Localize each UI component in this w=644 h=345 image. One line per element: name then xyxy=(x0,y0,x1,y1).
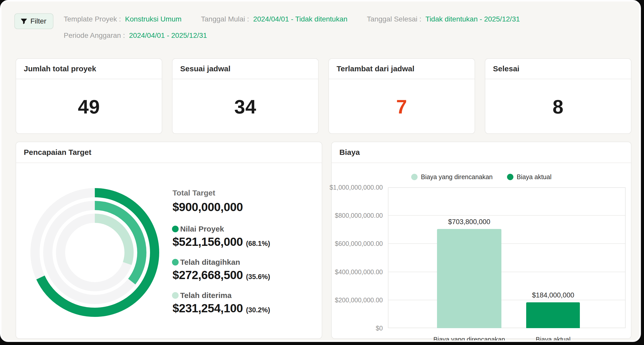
y-axis-tick-label: $800,000,000.00 xyxy=(335,212,383,219)
screenshot-stage: Filter Template Proyek : Konstruksi Umum… xyxy=(0,0,644,345)
stat-card-value: 8 xyxy=(553,96,564,118)
target-item-percent: (35.6%) xyxy=(246,273,270,281)
filter-bar: Filter Template Proyek : Konstruksi Umum… xyxy=(14,13,539,47)
y-axis-tick-label: $1,000,000,000.00 xyxy=(329,184,383,191)
bar-biaya-aktual[interactable] xyxy=(526,302,580,328)
stat-card-row: Jumlah total proyek 49 Sesuai jadwal 34 … xyxy=(16,58,631,134)
cost-bar-chart: $1,000,000,000.00$800,000,000.00$600,000… xyxy=(332,163,631,339)
stat-card-selesai: Selesai 8 xyxy=(485,58,631,134)
stat-card-title: Selesai xyxy=(493,64,519,73)
filter-field-value[interactable]: Konstruksi Umum xyxy=(125,15,181,23)
filter-template-proyek: Template Proyek : Konstruksi Umum xyxy=(64,15,181,23)
target-item-label: Telah ditagihkan xyxy=(180,258,240,267)
filter-field-label: Periode Anggaran : xyxy=(64,31,125,40)
stat-card-value: 49 xyxy=(78,96,100,118)
cost-panel: Biaya Biaya yang direncanakan Biaya aktu… xyxy=(331,142,631,339)
filter-tanggal-mulai: Tanggal Mulai : 2024/04/01 - Tidak diten… xyxy=(201,15,347,23)
stat-card-value: 7 xyxy=(396,96,407,118)
filter-row-2: Periode Anggaran : 2024/04/01 - 2025/12/… xyxy=(64,30,539,41)
target-item-amount: $231,254,100 xyxy=(172,301,243,315)
filter-button[interactable]: Filter xyxy=(14,13,53,29)
total-target-value: $900,000,000 xyxy=(172,200,270,214)
y-axis-tick-label: $0 xyxy=(376,325,383,332)
y-axis-tick-label: $200,000,000.00 xyxy=(335,296,383,304)
target-item-telah-diterima: Telah diterima $231,254,100 (30.2%) xyxy=(172,291,270,315)
filter-field-value[interactable]: 2024/04/01 - Tidak ditentukan xyxy=(253,15,348,23)
filter-field-label: Tanggal Mulai : xyxy=(201,15,249,23)
target-item-label: Nilai Proyek xyxy=(180,225,224,233)
target-item-percent: (68.1%) xyxy=(246,240,270,248)
filter-field-label: Tanggal Selesai : xyxy=(367,15,421,23)
filter-field-value[interactable]: 2024/04/01 - 2025/12/31 xyxy=(129,31,207,40)
filter-tanggal-selesai: Tanggal Selesai : Tidak ditentukan - 202… xyxy=(367,15,520,23)
dashboard-window: Filter Template Proyek : Konstruksi Umum… xyxy=(0,0,641,342)
stat-card-title: Sesuai jadwal xyxy=(180,64,231,73)
cost-panel-title: Biaya xyxy=(339,148,360,157)
total-target-label: Total Target xyxy=(172,189,270,198)
stat-card-title: Terlambat dari jadwal xyxy=(337,64,415,73)
target-donut-chart[interactable] xyxy=(28,186,161,319)
target-item-nilai-proyek: Nilai Proyek $521,156,000 (68.1%) xyxy=(172,225,270,249)
filter-funnel-icon xyxy=(20,18,27,25)
x-axis-category-label: Biaya aktual xyxy=(536,336,570,342)
filter-button-label: Filter xyxy=(30,17,46,25)
stat-card-title: Jumlah total proyek xyxy=(24,64,96,73)
nilai-proyek-dot-icon xyxy=(172,226,179,232)
filter-row-1: Template Proyek : Konstruksi Umum Tangga… xyxy=(64,14,539,24)
target-item-amount: $521,156,000 xyxy=(172,235,243,249)
target-panel-title: Pencapaian Target xyxy=(24,148,91,157)
y-axis-tick-label: $400,000,000.00 xyxy=(335,268,383,275)
telah-ditagihkan-dot-icon xyxy=(172,259,179,266)
plot-area xyxy=(388,187,626,328)
stat-card-sesuai-jadwal: Sesuai jadwal 34 xyxy=(172,58,319,134)
y-axis-tick-label: $600,000,000.00 xyxy=(335,240,383,247)
filter-field-label: Template Proyek : xyxy=(64,15,121,23)
filter-field-value[interactable]: Tidak ditentukan - 2025/12/31 xyxy=(425,15,520,23)
target-stats: Total Target $900,000,000 Nilai Proyek $… xyxy=(172,189,270,324)
telah-diterima-dot-icon xyxy=(172,292,179,299)
target-item-amount: $272,668,500 xyxy=(172,268,243,282)
stat-card-terlambat: Terlambat dari jadwal 7 xyxy=(328,58,475,134)
filter-periode-anggaran: Periode Anggaran : 2024/04/01 - 2025/12/… xyxy=(64,31,207,40)
bar-biaya-yang-direncanakan[interactable] xyxy=(437,229,501,328)
x-axis-category-label: Biaya yang direncanakan xyxy=(433,336,505,342)
target-item-percent: (30.2%) xyxy=(246,306,270,314)
target-panel: Pencapaian Target Total Target $900,000,… xyxy=(16,142,322,339)
filter-summary: Template Proyek : Konstruksi Umum Tangga… xyxy=(64,13,539,47)
bar-value-label: $703,800,000 xyxy=(448,218,490,226)
stat-card-total-proyek: Jumlah total proyek 49 xyxy=(16,58,162,134)
bar-value-label: $184,000,000 xyxy=(532,291,574,299)
target-item-telah-ditagihkan: Telah ditagihkan $272,668,500 (35.6%) xyxy=(172,258,270,282)
target-item-label: Telah diterima xyxy=(180,291,232,300)
stat-card-value: 34 xyxy=(234,96,257,118)
